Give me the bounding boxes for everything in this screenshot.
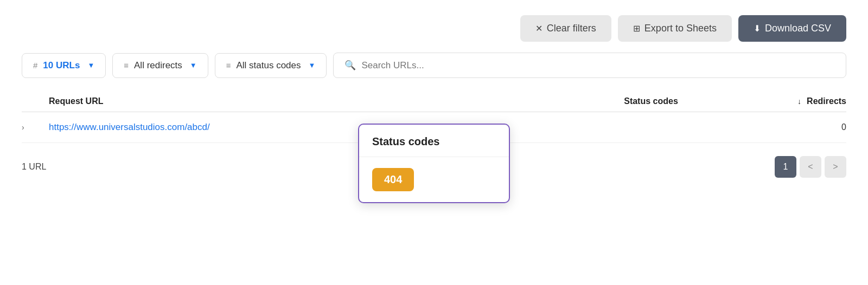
status-codes-header: Status codes [564, 96, 738, 106]
download-icon: ⬇ [754, 23, 761, 34]
download-csv-label: Download CSV [765, 23, 831, 34]
status-badge-404[interactable]: 404 [372, 168, 414, 191]
url-count-footer: 1 URL [22, 162, 46, 172]
all-redirects-label: All redirects [134, 60, 182, 71]
all-status-codes-label: All status codes [236, 60, 301, 71]
download-csv-button[interactable]: ⬇ Download CSV [738, 15, 846, 42]
chevron-down-icon-3: ▼ [309, 61, 316, 69]
redirects-header: ↓ Redirects [738, 96, 846, 106]
page-1-button[interactable]: 1 [775, 156, 796, 178]
sort-icon: ↓ [797, 97, 801, 106]
status-dropdown-body: 404 [359, 157, 509, 202]
chevron-down-icon-2: ▼ [190, 61, 197, 69]
url-count-label: 10 URLs [43, 60, 80, 71]
search-icon: 🔍 [344, 60, 356, 71]
export-icon: ⊞ [633, 23, 640, 34]
next-page-button[interactable]: > [825, 156, 846, 178]
filter-bar: # 10 URLs ▼ ≡ All redirects ▼ ≡ All stat… [0, 53, 868, 91]
close-icon: ✕ [535, 23, 542, 34]
table-header: Request URL Status codes ↓ Redirects [22, 91, 846, 112]
clear-filters-label: Clear filters [547, 23, 596, 34]
clear-filters-button[interactable]: ✕ Clear filters [520, 15, 611, 42]
url-count-filter[interactable]: # 10 URLs ▼ [22, 53, 106, 78]
toolbar: ✕ Clear filters ⊞ Export to Sheets ⬇ Dow… [0, 0, 868, 53]
redirects-cell: 0 [738, 122, 846, 132]
all-redirects-filter[interactable]: ≡ All redirects ▼ [112, 53, 208, 78]
chevron-right-icon: › [22, 123, 24, 132]
chevron-down-icon: ▼ [87, 61, 94, 69]
export-sheets-button[interactable]: ⊞ Export to Sheets [618, 15, 732, 42]
export-sheets-label: Export to Sheets [644, 23, 717, 34]
search-input[interactable] [361, 60, 835, 71]
url-link[interactable]: https://www.universalstudios.com/abcd/ [49, 122, 210, 132]
search-box[interactable]: 🔍 [333, 53, 846, 78]
all-status-codes-filter[interactable]: ≡ All status codes ▼ [215, 53, 327, 78]
prev-page-button[interactable]: < [800, 156, 821, 178]
hash-icon: # [33, 61, 37, 70]
filter-icon: ≡ [124, 61, 129, 70]
table-area: Request URL Status codes ↓ Redirects › h… [0, 91, 868, 191]
request-url-header: Request URL [49, 96, 564, 106]
status-codes-dropdown: Status codes 404 [358, 124, 510, 203]
pagination: 1 < > [775, 156, 846, 178]
status-dropdown-header: Status codes [359, 125, 509, 157]
filter-icon-2: ≡ [226, 61, 231, 70]
expand-button[interactable]: › [22, 122, 49, 132]
